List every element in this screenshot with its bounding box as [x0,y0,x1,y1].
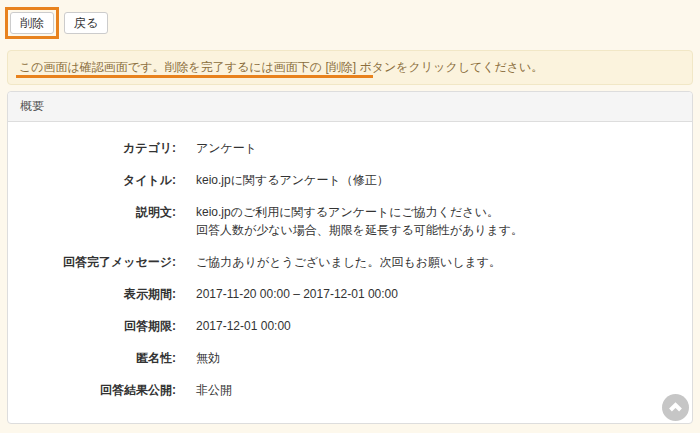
field-label: 回答期限: [8,317,176,335]
delete-button[interactable]: 削除 [10,12,54,34]
field-label: タイトル: [8,171,176,189]
field-row-anonymity: 匿名性: 無効 [8,349,672,367]
field-value: アンケート [196,139,257,157]
notice-underline-annotation [16,75,373,78]
field-row-category: カテゴリ: アンケート [8,139,672,157]
field-value: keio.jpに関するアンケート（修正） [196,171,389,189]
scroll-to-top-button[interactable] [662,394,689,421]
chevron-up-icon [667,399,684,416]
field-row-results-publication: 回答結果公開: 非公開 [8,381,672,399]
field-row-completion-message: 回答完了メッセージ: ご協力ありがとうございました。次回もお願いします。 [8,253,672,271]
toolbar: 削除 戻る [0,0,700,40]
field-value: keio.jpのご利用に関するアンケートにご協力ください。 回答人数が少ない場合… [196,203,523,239]
field-value: 2017-12-01 00:00 [196,317,291,335]
field-row-display-period: 表示期間: 2017-11-20 00:00 – 2017-12-01 00:0… [8,285,672,303]
page: { "toolbar": { "delete_label": "削除", "ba… [0,0,700,433]
field-row-title: タイトル: keio.jpに関するアンケート（修正） [8,171,672,189]
field-row-answer-deadline: 回答期限: 2017-12-01 00:00 [8,317,672,335]
field-label: 匿名性: [8,349,176,367]
click-target-highlight: 削除 [5,7,59,39]
field-label: 説明文: [8,203,176,239]
field-label: 回答完了メッセージ: [8,253,176,271]
panel-header: 概要 [8,92,692,122]
field-value: 非公開 [196,381,232,399]
field-value: ご協力ありがとうございました。次回もお願いします。 [196,253,501,271]
field-value: 2017-11-20 00:00 – 2017-12-01 00:00 [196,285,398,303]
panel-title: 概要 [20,99,44,113]
field-label: 回答結果公開: [8,381,176,399]
field-value: 無効 [196,349,220,367]
field-label: 表示期間: [8,285,176,303]
summary-panel: 概要 カテゴリ: アンケート タイトル: keio.jpに関するアンケート（修正… [7,91,693,424]
panel-body: カテゴリ: アンケート タイトル: keio.jpに関するアンケート（修正） 説… [8,122,692,423]
field-label: カテゴリ: [8,139,176,157]
confirmation-notice-text: この画面は確認画面です。削除を完了するには画面下の [削除] ボタンをクリックし… [19,60,543,74]
back-button[interactable]: 戻る [64,12,108,34]
confirmation-notice: この画面は確認画面です。削除を完了するには画面下の [削除] ボタンをクリックし… [7,50,693,85]
field-row-description: 説明文: keio.jpのご利用に関するアンケートにご協力ください。 回答人数が… [8,203,672,239]
